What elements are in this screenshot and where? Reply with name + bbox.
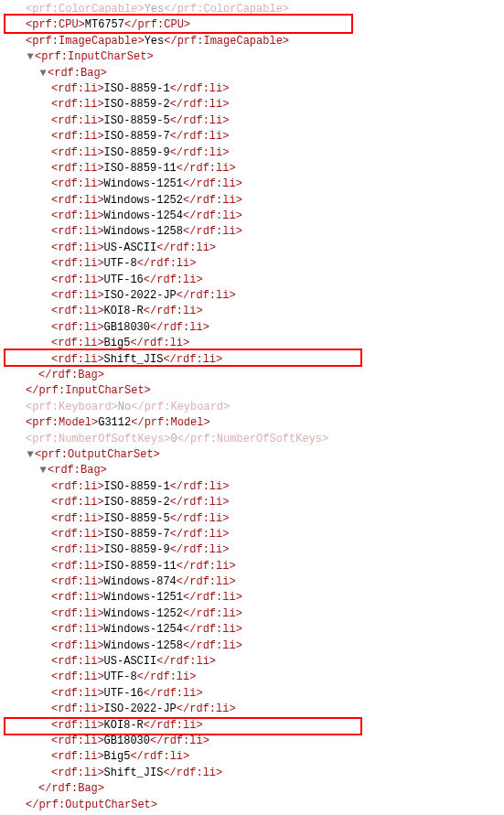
xml-line-30: <rdf:li>ISO-8859-1</rdf:li>: [51, 479, 504, 495]
xml-line-46: <rdf:li>GB18030</rdf:li>: [51, 734, 504, 749]
xml-line-41: <rdf:li>US-ASCII</rdf:li>: [51, 654, 504, 670]
xml-line-3: ▼<prf:InputCharSet>: [26, 49, 504, 65]
xml-line-1: <prf:CPU>MT6757</prf:CPU>: [26, 17, 504, 33]
xml-line-37: <rdf:li>Windows-1251</rdf:li>: [51, 590, 504, 606]
xml-line-31: <rdf:li>ISO-8859-2</rdf:li>: [51, 495, 504, 510]
xml-line-38: <rdf:li>Windows-1252</rdf:li>: [51, 606, 504, 622]
xml-line-50: </prf:OutputCharSet>: [26, 798, 504, 813]
xml-line-23: </rdf:Bag>: [38, 368, 504, 383]
xml-line-5: <rdf:li>ISO-8859-1</rdf:li>: [51, 81, 504, 97]
xml-line-19: <rdf:li>KOI8-R</rdf:li>: [51, 304, 504, 319]
xml-line-18: <rdf:li>ISO-2022-JP</rdf:li>: [51, 288, 504, 304]
xml-line-21: <rdf:li>Big5</rdf:li>: [51, 336, 504, 351]
xml-line-12: <rdf:li>Windows-1252</rdf:li>: [51, 193, 504, 209]
collapse-toggle-icon[interactable]: ▼: [26, 447, 35, 463]
xml-line-10: <rdf:li>ISO-8859-11</rdf:li>: [51, 161, 504, 177]
collapse-toggle-icon[interactable]: ▼: [38, 463, 48, 478]
xml-line-36: <rdf:li>Windows-874</rdf:li>: [51, 574, 504, 590]
xml-line-8: <rdf:li>ISO-8859-7</rdf:li>: [51, 129, 504, 145]
xml-line-39: <rdf:li>Windows-1254</rdf:li>: [51, 622, 504, 638]
collapse-toggle-icon[interactable]: ▼: [26, 49, 35, 65]
xml-line-9: <rdf:li>ISO-8859-9</rdf:li>: [51, 145, 504, 161]
xml-line-20: <rdf:li>GB18030</rdf:li>: [51, 320, 504, 336]
xml-line-29: ▼<rdf:Bag>: [38, 463, 504, 478]
xml-line-35: <rdf:li>ISO-8859-11</rdf:li>: [51, 559, 504, 574]
xml-line-42: <rdf:li>UTF-8</rdf:li>: [51, 670, 504, 685]
xml-line-2: <prf:ImageCapable>Yes</prf:ImageCapable>: [26, 34, 504, 49]
xml-line-43: <rdf:li>UTF-16</rdf:li>: [51, 686, 504, 702]
xml-line-47: <rdf:li>Big5</rdf:li>: [51, 749, 504, 765]
xml-line-33: <rdf:li>ISO-8859-7</rdf:li>: [51, 527, 504, 542]
collapse-toggle-icon[interactable]: ▼: [38, 66, 48, 81]
xml-line-26: <prf:Model>G3112</prf:Model>: [26, 415, 504, 431]
xml-line-6: <rdf:li>ISO-8859-2</rdf:li>: [51, 97, 504, 113]
xml-line-13: <rdf:li>Windows-1254</rdf:li>: [51, 209, 504, 224]
xml-line-45: <rdf:li>KOI8-R</rdf:li>: [51, 718, 504, 734]
xml-line-17: <rdf:li>UTF-16</rdf:li>: [51, 273, 504, 288]
xml-line-32: <rdf:li>ISO-8859-5</rdf:li>: [51, 511, 504, 527]
xml-line-15: <rdf:li>US-ASCII</rdf:li>: [51, 241, 504, 256]
xml-line-11: <rdf:li>Windows-1251</rdf:li>: [51, 177, 504, 192]
xml-line-7: <rdf:li>ISO-8859-5</rdf:li>: [51, 113, 504, 129]
xml-line-0: <prf:ColorCapable>Yes</prf:ColorCapable>: [26, 2, 504, 17]
xml-line-22: <rdf:li>Shift_JIS</rdf:li>: [51, 352, 504, 368]
xml-line-40: <rdf:li>Windows-1258</rdf:li>: [51, 638, 504, 654]
xml-line-24: </prf:InputCharSet>: [26, 383, 504, 399]
xml-line-34: <rdf:li>ISO-8859-9</rdf:li>: [51, 542, 504, 558]
xml-line-16: <rdf:li>UTF-8</rdf:li>: [51, 256, 504, 272]
xml-line-14: <rdf:li>Windows-1258</rdf:li>: [51, 224, 504, 240]
xml-line-28: ▼<prf:OutputCharSet>: [26, 447, 504, 463]
xml-line-44: <rdf:li>ISO-2022-JP</rdf:li>: [51, 702, 504, 717]
xml-line-4: ▼<rdf:Bag>: [38, 66, 504, 81]
xml-viewer: <prf:ColorCapable>Yes</prf:ColorCapable>…: [0, 0, 504, 815]
xml-line-48: <rdf:li>Shift_JIS</rdf:li>: [51, 766, 504, 781]
xml-line-49: </rdf:Bag>: [38, 781, 504, 797]
xml-line-25: <prf:Keyboard>No</prf:Keyboard>: [26, 400, 504, 415]
xml-line-27: <prf:NumberOfSoftKeys>0</prf:NumberOfSof…: [26, 432, 504, 447]
